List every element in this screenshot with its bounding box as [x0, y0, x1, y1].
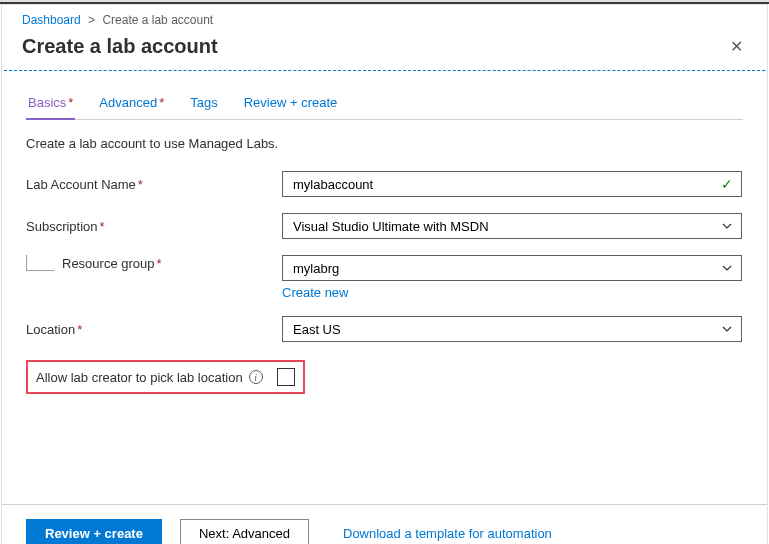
download-template-link[interactable]: Download a template for automation — [343, 526, 552, 541]
check-icon: ✓ — [721, 176, 733, 192]
location-select[interactable] — [282, 316, 742, 342]
tab-review-create[interactable]: Review + create — [242, 89, 340, 120]
allow-pick-location-highlight: Allow lab creator to pick lab location i — [26, 360, 305, 394]
tabs: Basics* Advanced* Tags Review + create — [26, 89, 743, 120]
required-indicator: * — [68, 95, 73, 110]
tab-advanced[interactable]: Advanced* — [97, 89, 166, 120]
label-location: Location* — [26, 322, 282, 337]
page-title: Create a lab account — [22, 35, 218, 58]
close-button[interactable]: ✕ — [726, 33, 747, 60]
tab-advanced-label: Advanced — [99, 95, 157, 110]
resource-group-value — [291, 260, 721, 277]
close-icon: ✕ — [730, 38, 743, 55]
label-resource-group: Resource group* — [26, 255, 282, 275]
lab-account-name-input-wrap[interactable]: ✓ — [282, 171, 742, 197]
lab-account-name-input[interactable] — [291, 176, 721, 193]
allow-pick-location-checkbox[interactable] — [277, 368, 295, 386]
tab-basics-label: Basics — [28, 95, 66, 110]
tab-basics[interactable]: Basics* — [26, 89, 75, 120]
label-allow-pick-location: Allow lab creator to pick lab location — [36, 370, 243, 385]
create-new-link[interactable]: Create new — [282, 285, 348, 300]
tab-tags[interactable]: Tags — [188, 89, 219, 120]
divider-dashed — [4, 70, 765, 71]
footer-bar: Review + create Next: Advanced Download … — [2, 504, 767, 544]
description-text: Create a lab account to use Managed Labs… — [26, 136, 743, 151]
chevron-down-icon — [721, 220, 733, 232]
label-lab-account-name: Lab Account Name* — [26, 177, 282, 192]
breadcrumb-separator: > — [88, 13, 95, 27]
resource-group-select[interactable] — [282, 255, 742, 281]
label-subscription: Subscription* — [26, 219, 282, 234]
main-panel: Dashboard > Create a lab account Create … — [1, 4, 768, 544]
chevron-down-icon — [721, 323, 733, 335]
subscription-select[interactable] — [282, 213, 742, 239]
chevron-down-icon — [721, 262, 733, 274]
tree-connector-icon — [26, 255, 54, 271]
review-create-button[interactable]: Review + create — [26, 519, 162, 544]
next-advanced-button[interactable]: Next: Advanced — [180, 519, 309, 544]
subscription-value — [291, 218, 721, 235]
info-icon[interactable]: i — [249, 370, 263, 384]
required-indicator: * — [159, 95, 164, 110]
breadcrumb-current: Create a lab account — [102, 13, 213, 27]
breadcrumb-dashboard[interactable]: Dashboard — [22, 13, 81, 27]
location-value — [291, 321, 721, 338]
breadcrumb: Dashboard > Create a lab account — [2, 5, 767, 31]
